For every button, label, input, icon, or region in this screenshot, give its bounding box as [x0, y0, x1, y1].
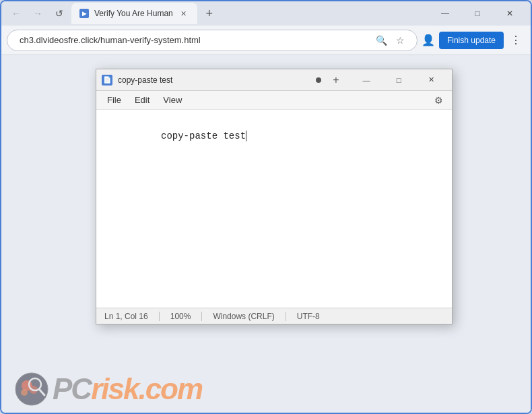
editor-text: copy-paste test [161, 131, 246, 141]
minimize-button[interactable]: — [430, 3, 461, 24]
notepad-editor[interactable]: copy-paste test [96, 110, 452, 308]
plus-icon: + [205, 7, 213, 21]
notepad-titlebar: 📄 copy-paste test + — □ ✕ [96, 69, 452, 91]
notepad-file-menu[interactable]: File [102, 92, 127, 108]
window-controls: — □ ✕ [430, 3, 525, 24]
notepad-doc-icon: 📄 [103, 76, 111, 83]
active-tab[interactable]: ▶ Verify You Are Human ✕ [71, 3, 197, 24]
notepad-window: 📄 copy-paste test + — □ ✕ [96, 69, 453, 324]
maximize-button[interactable]: □ [462, 3, 493, 24]
notepad-edit-menu[interactable]: Edit [129, 92, 155, 108]
minimize-icon: — [441, 9, 449, 18]
refresh-icon: ↺ [55, 8, 63, 19]
notepad-maximize-button[interactable]: □ [383, 71, 414, 90]
pcrisk-text: PCrisk.com [53, 374, 202, 404]
address-bar[interactable]: ch3.dlvideosfre.click/human-verify-syste… [7, 30, 418, 51]
bookmark-button[interactable]: ☆ [393, 32, 409, 48]
new-tab-button[interactable]: + [200, 4, 219, 23]
profile-button[interactable]: 👤 [420, 32, 436, 48]
notepad-minimize-button[interactable]: — [351, 71, 382, 90]
notepad-menu-bar: File Edit View ⚙ [96, 91, 452, 110]
notepad-title: copy-paste test [118, 75, 310, 85]
notepad-close-icon: ✕ [428, 75, 434, 84]
cursor-position: Ln 1, Col 16 [104, 312, 160, 321]
svg-point-3 [21, 389, 28, 396]
maximize-icon: □ [475, 9, 479, 18]
address-bar-row: ch3.dlvideosfre.click/human-verify-syste… [1, 26, 531, 55]
watermark: PCrisk.com [15, 372, 202, 406]
notepad-favicon: 📄 [102, 75, 112, 85]
tab-title: Verify You Are Human [94, 9, 173, 18]
back-icon: ← [11, 8, 21, 19]
tab-close-button[interactable]: ✕ [178, 8, 189, 19]
browser-window: ← → ↺ ▶ Verify You Are Human ✕ + [0, 0, 532, 414]
finish-update-label: Finish update [447, 36, 496, 45]
forward-button[interactable]: → [28, 4, 47, 23]
close-icon: ✕ [506, 9, 513, 18]
tab-bar: ← → ↺ ▶ Verify You Are Human ✕ + [7, 3, 427, 24]
title-bar: ← → ↺ ▶ Verify You Are Human ✕ + [1, 1, 531, 26]
editor-content: copy-paste test [104, 115, 444, 158]
favicon-icon: ▶ [82, 10, 87, 17]
back-button[interactable]: ← [7, 4, 26, 23]
search-icon: 🔍 [376, 35, 387, 46]
notepad-view-menu[interactable]: View [158, 92, 187, 108]
menu-dots-icon: ⋮ [510, 34, 521, 46]
pc-text: PC [53, 372, 91, 405]
url-display: ch3.dlvideosfre.click/human-verify-syste… [20, 35, 370, 45]
browser-content: 📄 copy-paste test + — □ ✕ [1, 55, 531, 413]
notepad-unsaved-indicator [316, 77, 321, 83]
zoom-level: 100% [160, 312, 203, 321]
browser-menu-button[interactable]: ⋮ [506, 31, 525, 50]
pcrisk-logo [15, 372, 48, 406]
com-text: .com [138, 372, 202, 405]
close-button[interactable]: ✕ [494, 3, 525, 24]
text-cursor [246, 131, 246, 141]
profile-icon: 👤 [422, 34, 435, 46]
risk-text: risk [91, 372, 138, 405]
notepad-maximize-icon: □ [397, 76, 401, 84]
line-ending: Windows (CRLF) [202, 312, 286, 321]
tab-favicon: ▶ [79, 9, 89, 18]
encoding: UTF-8 [286, 312, 331, 321]
refresh-button[interactable]: ↺ [50, 4, 69, 23]
forward-icon: → [33, 8, 42, 19]
notepad-status-bar: Ln 1, Col 16 100% Windows (CRLF) UTF-8 [96, 308, 452, 324]
notepad-plus-icon: + [333, 74, 339, 86]
gear-icon: ⚙ [434, 95, 443, 106]
address-right-icons: 🔍 ☆ [374, 32, 409, 48]
notepad-window-controls: — □ ✕ [351, 71, 446, 90]
finish-update-button[interactable]: Finish update [439, 32, 504, 49]
notepad-close-button[interactable]: ✕ [415, 71, 446, 90]
bookmark-icon: ☆ [396, 35, 405, 46]
notepad-minimize-icon: — [363, 76, 370, 84]
notepad-settings-button[interactable]: ⚙ [430, 92, 446, 108]
search-icon-button[interactable]: 🔍 [374, 32, 390, 48]
notepad-new-tab-button[interactable]: + [327, 71, 345, 90]
